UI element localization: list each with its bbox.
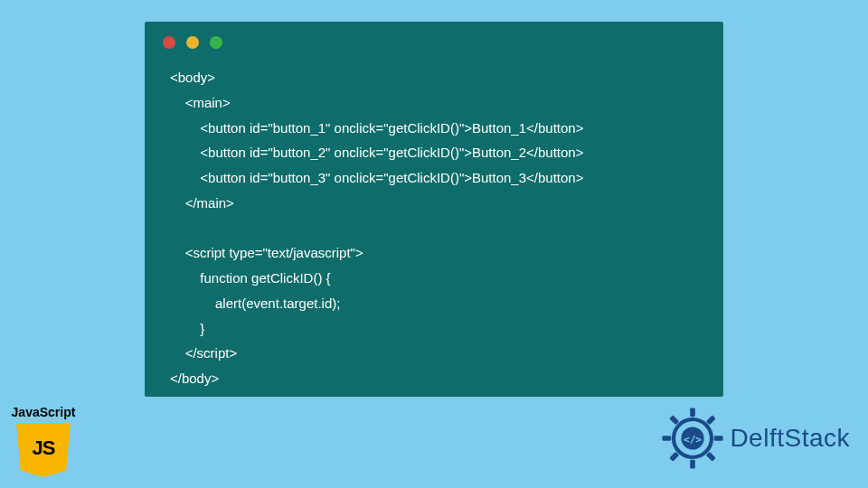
close-dot-icon [163,36,175,49]
svg-rect-1 [691,408,696,417]
javascript-label: JavaScript [7,405,80,419]
svg-rect-2 [691,460,696,469]
javascript-logo-icon: JS [16,423,71,477]
delftstack-text: DelftStack [730,424,850,453]
svg-rect-7 [670,415,680,425]
svg-rect-3 [663,436,672,441]
maximize-dot-icon [210,36,222,49]
js-logo-text: JS [33,436,55,460]
delftstack-brand: </> </> DelftStack [661,407,850,470]
svg-rect-6 [670,452,680,462]
delftstack-logo-icon: </> </> [661,407,724,470]
svg-rect-5 [706,415,716,425]
svg-rect-8 [706,452,716,462]
window-controls [145,22,723,56]
code-window: <body> <main> <button id="button_1" oncl… [145,22,723,397]
javascript-badge: JavaScript JS [7,405,80,477]
svg-rect-4 [714,436,723,441]
minimize-dot-icon [186,36,199,49]
svg-text:</>: </> [684,434,702,446]
code-block: <body> <main> <button id="button_1" oncl… [145,56,723,409]
